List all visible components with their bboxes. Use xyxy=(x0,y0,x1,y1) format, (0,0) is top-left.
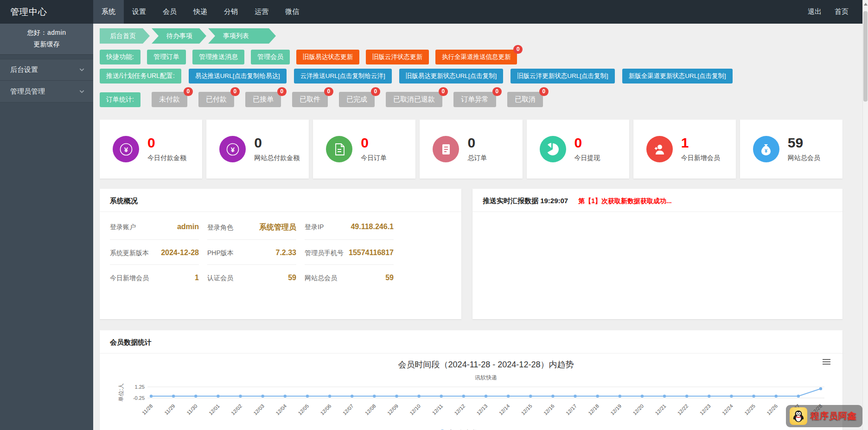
cell-value: 15574116817 xyxy=(349,249,394,257)
stat-cards-row: ¥ 0今日付款金额 ¥ 0网站总付款金额 0今日订单 0总订单 xyxy=(100,120,842,179)
chart-menu-icon[interactable] xyxy=(823,359,830,366)
svg-text:-0.25: -0.25 xyxy=(133,395,145,401)
svg-text:12/16: 12/16 xyxy=(542,403,555,416)
cell-label: 认证会员 xyxy=(207,274,233,282)
button-label: 已取消已退款 xyxy=(393,95,435,103)
scrollbar-up-arrow-icon[interactable] xyxy=(864,3,868,6)
cancelled-button[interactable]: 已取消0 xyxy=(507,92,543,107)
yunyang-status-update-button[interactable]: 旧版云洋状态更新 xyxy=(366,50,429,64)
overview-cell-login-ip: 登录IP49.118.246.1 xyxy=(305,214,394,240)
sidebar-item-label: 后台设置 xyxy=(10,65,38,74)
svg-text:12/08: 12/08 xyxy=(364,403,377,416)
count-badge: 0 xyxy=(492,87,502,96)
overview-cell-admin-phone: 管理员手机号15574116817 xyxy=(305,240,394,265)
yida-update-url-button[interactable]: 旧版易达更新状态URL[点击复制] xyxy=(399,69,504,83)
nav-item-wechat[interactable]: 微信 xyxy=(277,0,307,24)
order-abnormal-button[interactable]: 订单异常0 xyxy=(453,92,496,107)
nav-item-operations[interactable]: 运营 xyxy=(246,0,277,24)
home-link[interactable]: 首页 xyxy=(835,7,849,16)
svg-text:12/25: 12/25 xyxy=(743,403,756,416)
svg-text:12/14: 12/14 xyxy=(498,403,511,416)
all-channel-update-url-button[interactable]: 新版全渠道更新状态URL[点击复制] xyxy=(622,69,733,83)
cell-label: 网站总会员 xyxy=(305,274,337,282)
svg-text:12/01: 12/01 xyxy=(208,403,221,416)
unpaid-button[interactable]: 未付款0 xyxy=(152,92,187,107)
stat-label: 今日新增会员 xyxy=(681,154,720,162)
nav-item-settings[interactable]: 设置 xyxy=(124,0,154,24)
svg-text:12/20: 12/20 xyxy=(632,403,645,416)
logout-link[interactable]: 退出 xyxy=(808,7,822,16)
svg-text:12/11: 12/11 xyxy=(431,403,444,416)
user-greeting: 您好：admin xyxy=(3,29,90,37)
cell-label: PHP版本 xyxy=(207,249,234,257)
url-config-label: 推送/计划任务URL配置: xyxy=(100,69,181,83)
completed-button[interactable]: 已完成0 xyxy=(339,92,375,107)
count-badge: 0 xyxy=(371,87,380,96)
svg-text:12/09: 12/09 xyxy=(386,403,399,416)
member-trend-chart: 会员时间段（2024-11-28 - 2024-12-28）内趋势讯软快递单位:… xyxy=(100,353,842,430)
breadcrumb-home[interactable]: 后台首页 xyxy=(100,28,150,44)
refresh-cache-link[interactable]: 更新缓存 xyxy=(3,40,90,49)
breadcrumb-item-list[interactable]: 事项列表 xyxy=(208,28,276,44)
yida-push-url-button[interactable]: 易达推送URL[点击复制给易达] xyxy=(189,69,287,83)
stat-card-total-orders: 0总订单 xyxy=(420,120,522,179)
sidebar-item-backend-settings[interactable]: 后台设置 xyxy=(0,59,93,81)
stat-value: 1 xyxy=(681,136,720,150)
yunyang-push-url-button[interactable]: 云洋推送URL[点击复制给云洋] xyxy=(294,69,392,83)
breadcrumb-todo[interactable]: 待办事项 xyxy=(152,28,206,44)
sidebar-item-label: 管理员管理 xyxy=(10,87,45,96)
cell-value: 49.118.246.1 xyxy=(351,223,394,231)
stat-label: 网站总会员 xyxy=(788,154,820,162)
page-scrollbar xyxy=(862,0,868,430)
stat-card-today-withdraw: 0今日提现 xyxy=(527,120,629,179)
manage-push-messages-button[interactable]: 管理推送消息 xyxy=(192,50,244,64)
sidebar-menu: 后台设置 管理员管理 xyxy=(0,59,93,103)
overview-cell-total-members: 网站总会员59 xyxy=(305,265,394,289)
paid-button[interactable]: 已付款0 xyxy=(198,92,234,107)
sidebar-item-admin-management[interactable]: 管理员管理 xyxy=(0,81,93,103)
count-badge: 0 xyxy=(539,87,549,96)
svg-text:12/18: 12/18 xyxy=(587,403,600,416)
picked-up-button[interactable]: 已取件0 xyxy=(292,92,328,107)
nav-item-system[interactable]: 系统 xyxy=(93,0,124,24)
stat-card-today-payment: ¥ 0今日付款金额 xyxy=(100,120,202,179)
manage-orders-button[interactable]: 管理订单 xyxy=(147,50,186,64)
quick-actions-row: 快捷功能: 管理订单 管理推送消息 管理会员 旧版易达状态更新 旧版云洋状态更新… xyxy=(100,50,842,64)
stat-value: 0 xyxy=(361,136,387,150)
stat-label: 今日提现 xyxy=(574,154,600,162)
order-stats-label: 订单统计: xyxy=(100,92,140,107)
cancelled-refunded-button[interactable]: 已取消已退款0 xyxy=(386,92,442,107)
button-label: 订单异常 xyxy=(461,95,489,103)
cell-value: 1 xyxy=(195,274,199,282)
button-label: 已完成 xyxy=(346,95,367,103)
cell-label: 登录IP xyxy=(305,223,324,231)
scrollbar-thumb[interactable] xyxy=(863,11,868,102)
chevron-down-icon xyxy=(79,67,85,73)
svg-text:12/22: 12/22 xyxy=(677,403,689,416)
accepted-button[interactable]: 已接单0 xyxy=(245,92,281,107)
yida-status-update-button[interactable]: 旧版易达状态更新 xyxy=(296,50,359,64)
main-content: 后台首页 待办事项 事项列表 快捷功能: 管理订单 管理推送消息 管理会员 旧版… xyxy=(93,24,868,430)
yunyang-update-url-button[interactable]: 旧版云洋更新状态URL[点击复制] xyxy=(511,69,615,83)
panel-title: 会员数据统计 xyxy=(110,338,152,347)
url-config-row: 推送/计划任务URL配置: 易达推送URL[点击复制给易达] 云洋推送URL[点… xyxy=(100,69,842,83)
receipt-icon xyxy=(433,136,459,162)
overview-cell-php-version: PHP版本7.2.33 xyxy=(207,240,296,265)
svg-text:12/06: 12/06 xyxy=(319,403,332,416)
svg-text:12/04: 12/04 xyxy=(274,403,287,416)
nav-spacer xyxy=(307,0,808,24)
nav-item-express[interactable]: 快递 xyxy=(185,0,216,24)
svg-text:12/21: 12/21 xyxy=(654,403,667,416)
stat-card-total-members: ¥ 59网站总会员 xyxy=(740,120,842,179)
pie-chart-icon xyxy=(540,136,566,162)
nav-item-members[interactable]: 会员 xyxy=(154,0,185,24)
nav-item-distribution[interactable]: 分销 xyxy=(216,0,246,24)
button-label: 未付款 xyxy=(159,95,180,103)
count-badge: 0 xyxy=(513,45,523,54)
sidebar: 您好：admin 更新缓存 后台设置 管理员管理 xyxy=(0,24,93,430)
all-channel-push-update-button[interactable]: 执行全渠道推送信息更新 0 xyxy=(435,50,517,64)
top-navbar: 管理中心 系统 设置 会员 快递 分销 运营 微信 退出 首页 xyxy=(0,0,868,24)
manage-members-button[interactable]: 管理会员 xyxy=(251,50,290,64)
button-label: 已取件 xyxy=(300,95,320,103)
svg-text:¥: ¥ xyxy=(765,148,768,154)
